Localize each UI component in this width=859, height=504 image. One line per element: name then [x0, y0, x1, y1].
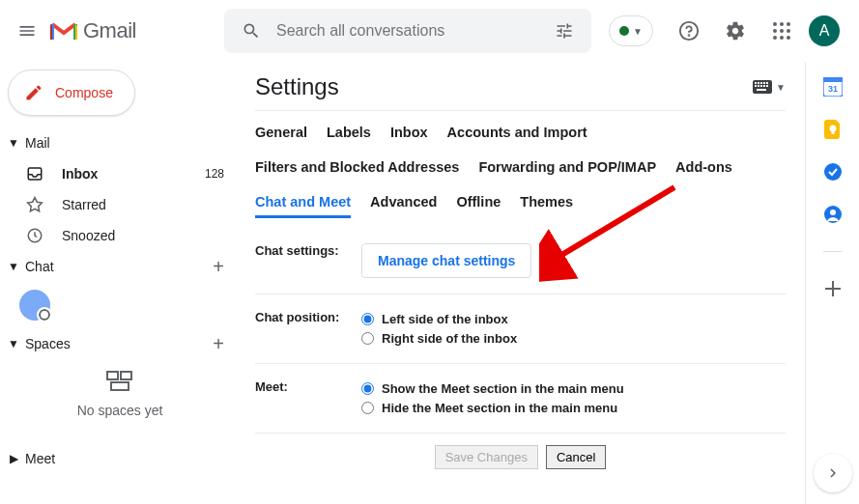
svg-point-1 — [689, 35, 690, 36]
manage-chat-settings-button[interactable]: Manage chat settings — [361, 243, 531, 278]
caret-right-icon: ▶ — [6, 452, 21, 465]
tasks-app-button[interactable] — [823, 162, 843, 182]
status-dot-icon — [619, 26, 629, 36]
settings-button[interactable] — [716, 12, 755, 50]
svg-rect-18 — [758, 82, 759, 84]
search-input[interactable] — [271, 22, 545, 40]
tab-themes[interactable]: Themes — [520, 194, 573, 218]
tab-inbox[interactable]: Inbox — [390, 125, 428, 140]
keep-app-button[interactable] — [823, 120, 843, 139]
svg-rect-23 — [758, 85, 759, 87]
tab-general[interactable]: General — [255, 125, 307, 140]
calendar-app-button[interactable]: 31 — [823, 77, 843, 97]
svg-rect-14 — [121, 372, 131, 379]
chat-settings-label: Chat settings: — [255, 243, 361, 278]
plus-icon[interactable]: + — [213, 333, 224, 355]
gmail-logo[interactable]: Gmail — [50, 18, 224, 43]
caret-down-icon: ▼ — [6, 337, 21, 350]
svg-point-10 — [787, 36, 790, 40]
support-button[interactable] — [670, 12, 708, 50]
tab-forwarding[interactable]: Forwarding and POP/IMAP — [478, 159, 656, 175]
app-name: Gmail — [83, 18, 136, 43]
tab-labels[interactable]: Labels — [327, 125, 371, 140]
svg-text:31: 31 — [827, 84, 837, 94]
svg-rect-24 — [760, 85, 762, 87]
meet-hide-option[interactable]: Hide the Meet section in the main menu — [361, 399, 786, 418]
contacts-app-button[interactable] — [823, 205, 843, 224]
meet-label: Meet: — [255, 379, 361, 417]
gmail-icon — [50, 20, 77, 42]
status-selector[interactable]: ▼ — [609, 15, 653, 46]
main-menu-button[interactable] — [8, 12, 46, 50]
svg-rect-26 — [766, 85, 768, 87]
cancel-button[interactable]: Cancel — [546, 445, 606, 469]
side-panel-toggle[interactable] — [814, 454, 852, 492]
sidebar-item-starred[interactable]: Starred — [0, 189, 240, 220]
svg-point-9 — [780, 36, 784, 40]
svg-rect-21 — [766, 82, 768, 84]
caret-down-icon: ▼ — [776, 82, 786, 93]
svg-point-36 — [830, 210, 836, 215]
tab-filters[interactable]: Filters and Blocked Addresses — [255, 159, 459, 175]
chat-contact-avatar[interactable] — [0, 282, 240, 328]
spaces-section-header[interactable]: ▼ Spaces + — [0, 328, 240, 359]
chat-section-header[interactable]: ▼ Chat + — [0, 251, 240, 282]
search-bar[interactable] — [224, 9, 591, 53]
sidebar-item-inbox[interactable]: Inbox 128 — [0, 158, 240, 189]
plus-icon[interactable]: + — [213, 256, 224, 278]
svg-rect-17 — [755, 82, 757, 84]
account-avatar[interactable]: A — [809, 15, 840, 46]
caret-down-icon: ▼ — [6, 136, 21, 150]
caret-down-icon: ▼ — [633, 26, 643, 37]
get-addons-button[interactable] — [823, 279, 843, 298]
find-spaces-link[interactable] — [0, 422, 240, 432]
svg-rect-22 — [755, 85, 757, 87]
input-method-selector[interactable]: ▼ — [753, 80, 786, 94]
svg-point-7 — [787, 29, 790, 33]
chat-position-left-option[interactable]: Left side of the inbox — [361, 310, 786, 329]
save-changes-button: Save Changes — [435, 445, 538, 469]
svg-rect-25 — [763, 85, 765, 87]
svg-rect-15 — [111, 382, 129, 390]
star-icon — [25, 196, 44, 213]
compose-button[interactable]: Compose — [8, 70, 135, 116]
settings-tabs: General Labels Inbox Accounts and Import… — [255, 115, 786, 228]
caret-down-icon: ▼ — [6, 260, 21, 273]
tab-addons[interactable]: Add-ons — [675, 159, 732, 175]
svg-rect-20 — [763, 82, 765, 84]
mail-section-header[interactable]: ▼ Mail — [0, 127, 240, 158]
inbox-icon — [25, 165, 44, 182]
svg-point-34 — [824, 163, 842, 181]
svg-rect-27 — [757, 89, 766, 91]
pencil-icon — [24, 83, 43, 102]
search-icon[interactable] — [232, 12, 271, 50]
svg-point-2 — [773, 22, 777, 26]
search-options-icon[interactable] — [545, 12, 584, 50]
chat-position-label: Chat position: — [255, 310, 361, 348]
chat-position-right-option[interactable]: Right side of the inbox — [361, 329, 786, 349]
tab-accounts[interactable]: Accounts and Import — [447, 125, 587, 140]
spaces-empty-text: No spaces yet — [0, 403, 240, 418]
svg-point-8 — [773, 36, 777, 40]
tab-advanced[interactable]: Advanced — [370, 194, 437, 218]
svg-point-4 — [787, 22, 790, 26]
clock-icon — [25, 227, 44, 244]
sidebar-item-snoozed[interactable]: Snoozed — [0, 220, 240, 251]
svg-point-3 — [780, 22, 784, 26]
tab-offline[interactable]: Offline — [456, 194, 501, 218]
apps-button[interactable] — [762, 12, 801, 50]
meet-section-header[interactable]: ▶ Meet — [0, 443, 240, 474]
svg-rect-30 — [823, 77, 843, 82]
svg-rect-13 — [107, 372, 118, 379]
page-title: Settings — [255, 73, 339, 100]
tab-chat-meet[interactable]: Chat and Meet — [255, 194, 351, 218]
svg-point-32 — [829, 126, 836, 132]
svg-rect-19 — [760, 82, 762, 84]
compose-label: Compose — [55, 85, 113, 100]
spaces-icon — [106, 371, 133, 392]
meet-show-option[interactable]: Show the Meet section in the main menu — [361, 379, 786, 399]
keyboard-icon — [753, 80, 772, 94]
svg-point-5 — [773, 29, 777, 33]
svg-rect-33 — [831, 131, 834, 134]
svg-point-6 — [780, 29, 784, 33]
